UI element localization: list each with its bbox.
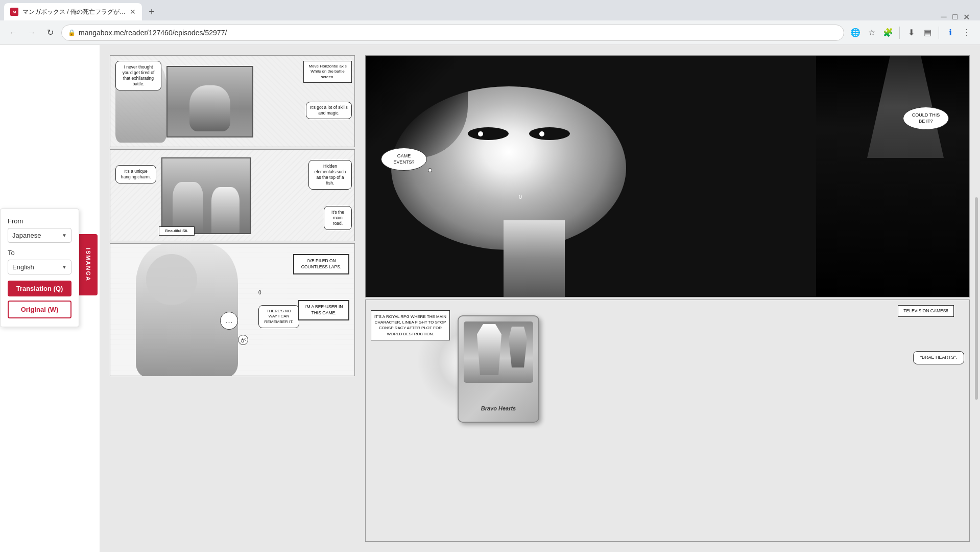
speech-bubble-game-events: GAME EVENTS?: [381, 148, 427, 171]
tab-bar: M マンガボックス / 俺の死亡フラグが… ✕ + ─ □ ✕: [0, 0, 980, 20]
tab-close-button[interactable]: ✕: [130, 8, 136, 16]
speech-box-1: Move Horizontal axis While on the battle…: [303, 61, 352, 83]
translation-panel: From Japanese ▼ To English ▼ Translation…: [0, 209, 79, 327]
original-button[interactable]: Original (W): [8, 301, 71, 318]
manga-panel-mid: It's a unique hanging charm. Hidden elem…: [110, 149, 355, 241]
security-lock-icon: 🔒: [68, 29, 76, 36]
speech-bubble-4: Hidden elementals such as the top of a f…: [308, 160, 352, 190]
close-button[interactable]: ✕: [963, 13, 970, 20]
manga-reading-area[interactable]: I never thought you'd get tired of that …: [100, 45, 980, 552]
from-language-value: Japanese: [12, 232, 41, 239]
back-button[interactable]: ←: [6, 26, 20, 40]
toolbar-separator: [899, 27, 900, 39]
forward-button[interactable]: →: [25, 26, 39, 40]
manga-panel-right-top: GAME EVENTS? COULD THIS BE IT? 0: [365, 55, 970, 297]
speech-bubble-could-this-be: COULD THIS BE IT?: [903, 107, 949, 130]
active-tab[interactable]: M マンガボックス / 俺の死亡フラグが… ✕: [4, 3, 142, 20]
from-label: From: [8, 217, 71, 225]
browser-frame: M マンガボックス / 俺の死亡フラグが… ✕ + ─ □ ✕ ← → ↻ 🔒 …: [0, 0, 980, 552]
toolbar-separator-2: [939, 27, 939, 39]
url-display: mangabox.me/reader/127460/episodes/52977…: [79, 29, 838, 37]
toolbar-icons: 🌐 ☆ 🧩 ⬇ ▤ ℹ ⋮: [848, 26, 974, 40]
manga-right-column: GAME EVENTS? COULD THIS BE IT? 0: [365, 55, 970, 542]
speech-marker: 0: [258, 290, 261, 295]
from-language-select[interactable]: Japanese ▼: [8, 228, 71, 243]
tab-favicon: M: [10, 8, 18, 16]
speech-box-bee: I'M A BEE-USER IN THIS GAME.: [298, 300, 349, 320]
speech-bubble-2: It's got a lot of skills and magic.: [306, 102, 352, 119]
speech-bubble-dots: …: [220, 312, 238, 330]
manga-panel-right-bot: Bravo Hearts IT'S A ROYAL RPG WHERE THE …: [365, 300, 970, 542]
more-menu-icon[interactable]: ⋮: [960, 26, 974, 40]
minimize-button[interactable]: ─: [940, 13, 947, 20]
translation-button[interactable]: Translation (Q): [8, 281, 71, 296]
to-language-select[interactable]: English ▼: [8, 260, 71, 274]
from-dropdown-arrow: ▼: [62, 233, 67, 238]
speech-bubble-3: It's a unique hanging charm.: [115, 165, 156, 183]
manga-left-column: I never thought you'd get tired of that …: [110, 55, 355, 542]
brae-hearts-bubble: "BRAE HEARTS".: [913, 351, 964, 364]
speech-bubble-5: It's the main road.: [324, 206, 352, 230]
bookmark-icon[interactable]: ☆: [865, 26, 879, 40]
translate-icon[interactable]: 🌐: [848, 26, 863, 40]
new-tab-button[interactable]: +: [143, 3, 160, 20]
manga-panel-bot: … が 0 THERE'S NO WAY I CAN REMEMBER IT. …: [110, 243, 355, 376]
scroll-indicator[interactable]: [975, 197, 978, 400]
speech-box-2: Beautiful Sti.: [159, 226, 195, 236]
window-controls: ─ □ ✕: [934, 13, 976, 20]
card-title: Bravo Hearts: [481, 405, 516, 411]
rpg-description-box: IT'S A ROYAL RPG WHERE THE MAIN CHARACTE…: [371, 310, 450, 340]
speech-bubble-ga: が: [238, 335, 248, 345]
to-label: To: [8, 249, 71, 257]
address-bar-row: ← → ↻ 🔒 mangabox.me/reader/127460/episod…: [0, 20, 980, 45]
sidebar-icon[interactable]: ▤: [920, 26, 935, 40]
speech-bubble-1: I never thought you'd get tired of that …: [115, 61, 161, 90]
extension-icon[interactable]: 🧩: [881, 26, 895, 40]
to-dropdown-arrow: ▼: [62, 264, 67, 270]
address-bar[interactable]: 🔒 mangabox.me/reader/127460/episodes/529…: [61, 25, 844, 41]
bubble-tail: [428, 168, 432, 172]
download-icon[interactable]: ⬇: [904, 26, 918, 40]
to-language-value: English: [12, 263, 34, 271]
profile-icon[interactable]: ℹ: [943, 26, 958, 40]
refresh-button[interactable]: ↻: [43, 26, 57, 40]
manga-panel-top: I never thought you'd get tired of that …: [110, 55, 355, 147]
tv-games-box: TELEVISION GAMES‼: [898, 305, 954, 317]
panel-marker-0: 0: [519, 194, 522, 200]
speech-bubble-6: THERE'S NO WAY I CAN REMEMBER IT.: [258, 305, 299, 328]
maximize-button[interactable]: □: [951, 13, 959, 20]
page-content: From Japanese ▼ To English ▼ Translation…: [0, 45, 980, 552]
tab-title: マンガボックス / 俺の死亡フラグが…: [22, 8, 126, 16]
speech-box-large: I'VE PILED ON COUNTLESS LAPS.: [293, 254, 349, 274]
ismanga-sidebar-tab[interactable]: ISMANGA: [79, 234, 98, 295]
